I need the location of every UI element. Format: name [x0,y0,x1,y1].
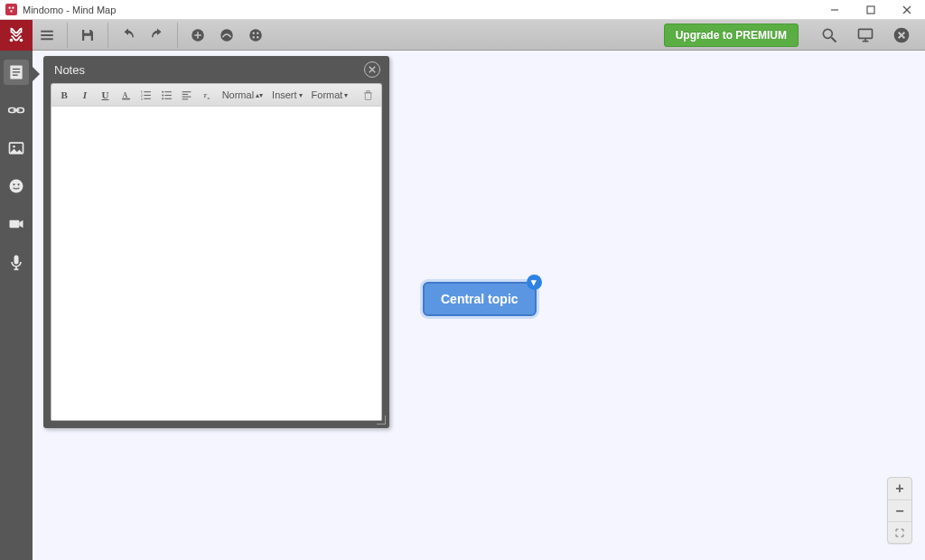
insert-dropdown-label: Insert [272,89,297,100]
svg-point-20 [257,32,258,33]
text-color-button[interactable]: A [118,87,134,103]
insert-dropdown[interactable]: Insert▾ [270,89,304,100]
svg-rect-25 [859,29,873,38]
save-button[interactable] [74,23,101,48]
style-dropdown-label: Normal [222,89,254,100]
zoom-control: + − [887,477,912,544]
relationship-button[interactable] [213,23,240,48]
upgrade-premium-button[interactable]: Upgrade to PREMIUM [664,23,799,47]
svg-rect-61 [164,94,172,95]
svg-rect-34 [13,75,18,76]
svg-rect-13 [84,35,91,40]
rail-arrow-indicator [33,67,40,81]
svg-rect-69 [365,92,371,99]
add-topic-button[interactable] [184,23,211,48]
align-button[interactable] [179,87,194,103]
italic-button[interactable]: I [78,87,93,103]
format-dropdown[interactable]: Format▾ [310,89,350,100]
svg-rect-64 [182,93,189,94]
rail-emoji-button[interactable] [4,173,29,199]
svg-rect-54 [144,91,151,92]
rail-audio-button[interactable] [4,249,29,275]
svg-point-23 [823,29,832,38]
menu-button[interactable] [33,23,61,48]
unordered-list-button[interactable] [159,87,174,103]
svg-point-2 [10,10,12,12]
rail-image-button[interactable] [4,135,29,161]
undo-button[interactable] [115,23,142,48]
svg-rect-44 [14,256,19,265]
svg-point-19 [253,32,255,33]
svg-point-40 [10,180,23,193]
svg-point-21 [253,36,255,38]
svg-text:A: A [122,90,127,98]
svg-rect-50 [122,98,130,99]
window-minimize-button[interactable] [817,0,853,20]
window-close-button[interactable] [889,0,925,20]
svg-rect-62 [164,98,172,98]
notes-panel-close-button[interactable] [364,61,380,78]
app-logo[interactable] [0,20,33,51]
svg-rect-16 [194,34,201,36]
canvas[interactable]: Notes B I U A 123 Tx [0,51,925,560]
clear-format-button[interactable]: Tx [200,87,215,103]
svg-text:x: x [207,95,210,99]
notes-panel-title: Notes [54,63,85,77]
format-dropdown-label: Format [312,89,343,100]
present-button[interactable] [851,23,880,48]
delete-note-button[interactable] [360,87,376,103]
svg-point-57 [162,90,164,92]
svg-rect-56 [144,98,151,98]
central-topic-node[interactable]: Central topic ▾ [423,282,537,316]
zoom-in-button[interactable]: + [888,478,911,499]
svg-point-7 [10,38,14,42]
zoom-out-button[interactable]: − [888,499,911,521]
svg-rect-4 [867,6,874,14]
app-icon [5,4,17,15]
svg-point-0 [9,7,11,9]
svg-point-18 [249,29,262,42]
svg-text:3: 3 [141,97,143,100]
svg-rect-66 [182,98,189,99]
window-controls [817,0,925,20]
svg-rect-60 [164,91,172,92]
svg-rect-65 [182,96,192,97]
svg-rect-32 [13,69,20,70]
svg-point-8 [20,38,23,42]
window-title: Mindomo - Mind Map [23,5,116,15]
svg-rect-70 [367,90,369,92]
rail-notes-button[interactable] [4,60,29,85]
rail-video-button[interactable] [4,211,29,237]
notes-editor[interactable] [51,107,382,421]
svg-text:T: T [202,91,207,98]
svg-rect-12 [84,30,89,33]
underline-button[interactable]: U [98,87,113,103]
svg-rect-55 [144,94,151,95]
bold-button[interactable]: B [57,87,72,103]
notes-panel-resize-grip[interactable] [377,415,386,425]
notes-editor-toolbar: B I U A 123 Tx Normal▴▾ Insert▾ [51,83,382,107]
node-expand-button[interactable]: ▾ [528,275,541,289]
window-maximize-button[interactable] [853,0,889,20]
svg-rect-33 [13,71,20,72]
search-button[interactable] [815,23,844,48]
redo-button[interactable] [144,23,171,48]
theme-button[interactable] [242,23,269,48]
zoom-fit-button[interactable] [888,521,911,543]
svg-point-58 [162,94,164,96]
svg-point-1 [12,7,14,9]
central-topic-label: Central topic [441,292,519,306]
svg-point-17 [220,29,233,42]
svg-point-42 [17,183,19,185]
rail-hyperlink-button[interactable] [4,98,29,123]
svg-point-41 [13,183,14,185]
ordered-list-button[interactable]: 123 [138,87,154,103]
style-dropdown[interactable]: Normal▴▾ [220,89,265,100]
side-rail [0,51,33,560]
svg-rect-11 [41,38,53,40]
notes-panel: Notes B I U A 123 Tx [43,56,389,428]
svg-rect-43 [10,220,20,228]
svg-rect-63 [182,91,192,92]
close-map-button[interactable] [887,23,916,48]
window-titlebar: Mindomo - Mind Map [0,0,925,20]
